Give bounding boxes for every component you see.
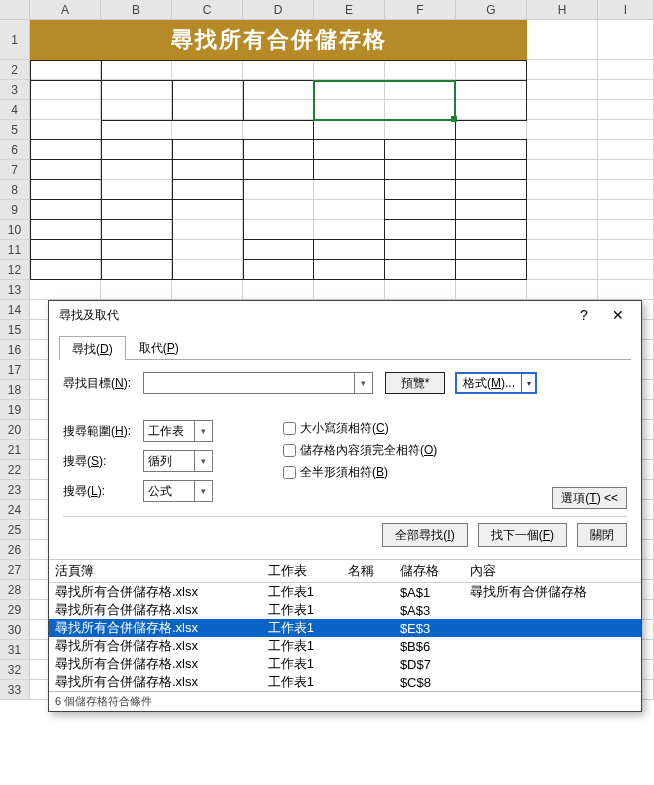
- cell-F5[interactable]: [385, 120, 456, 139]
- row-header-22[interactable]: 22: [0, 460, 30, 479]
- cell-B5[interactable]: [101, 120, 172, 139]
- row-header-15[interactable]: 15: [0, 320, 30, 339]
- row-header-29[interactable]: 29: [0, 600, 30, 619]
- options-button[interactable]: 選項(T) <<: [552, 487, 627, 509]
- cell-H12[interactable]: [527, 260, 598, 279]
- cell-I7[interactable]: [598, 160, 654, 179]
- col-header-B[interactable]: B: [101, 0, 172, 19]
- row-header-4[interactable]: 4: [0, 100, 30, 119]
- cell-E3[interactable]: [314, 80, 385, 99]
- result-row[interactable]: 尋找所有合併儲存格.xlsx工作表1$A$3: [49, 601, 641, 619]
- find-what-input[interactable]: ▾: [143, 372, 373, 394]
- chevron-down-icon[interactable]: ▾: [194, 421, 212, 441]
- match-whole-checkbox[interactable]: [283, 444, 296, 457]
- cell-B9[interactable]: [101, 200, 172, 219]
- cell-G8[interactable]: [456, 180, 527, 199]
- select-all-corner[interactable]: [0, 0, 30, 19]
- row-header-21[interactable]: 21: [0, 440, 30, 459]
- row-header-26[interactable]: 26: [0, 540, 30, 559]
- cell-A7[interactable]: [30, 160, 101, 179]
- cell-G3[interactable]: [456, 80, 527, 99]
- cell-I1[interactable]: [598, 20, 654, 59]
- cell-D3[interactable]: [243, 80, 314, 99]
- cell-H13[interactable]: [527, 280, 598, 299]
- cell-I11[interactable]: [598, 240, 654, 259]
- scope-select[interactable]: 工作表▾: [143, 420, 213, 442]
- cell-D11[interactable]: [243, 240, 314, 259]
- result-row[interactable]: 尋找所有合併儲存格.xlsx工作表1$B$6: [49, 637, 641, 655]
- cell-F9[interactable]: [385, 200, 456, 219]
- cell-F4[interactable]: [385, 100, 456, 119]
- cell-C12[interactable]: [172, 260, 243, 279]
- chevron-down-icon[interactable]: ▾: [194, 451, 212, 471]
- cell-H5[interactable]: [527, 120, 598, 139]
- cell-E9[interactable]: [314, 200, 385, 219]
- cell-H7[interactable]: [527, 160, 598, 179]
- row-header-16[interactable]: 16: [0, 340, 30, 359]
- cell-A13[interactable]: [30, 280, 101, 299]
- cell-G6[interactable]: [456, 140, 527, 159]
- cell-B4[interactable]: [101, 100, 172, 119]
- cell-G4[interactable]: [456, 100, 527, 119]
- cell-C6[interactable]: [172, 140, 243, 159]
- cell-E6[interactable]: [314, 140, 385, 159]
- cell-H9[interactable]: [527, 200, 598, 219]
- row-header-18[interactable]: 18: [0, 380, 30, 399]
- col-sheet[interactable]: 工作表: [262, 560, 342, 583]
- cell-C13[interactable]: [172, 280, 243, 299]
- cell-G2[interactable]: [456, 60, 527, 79]
- cell-D13[interactable]: [243, 280, 314, 299]
- row-header-24[interactable]: 24: [0, 500, 30, 519]
- cell-A11[interactable]: [30, 240, 101, 259]
- col-header-D[interactable]: D: [243, 0, 314, 19]
- dialog-titlebar[interactable]: 尋找及取代 ? ✕: [49, 301, 641, 329]
- format-button[interactable]: 格式(M)...▾: [455, 372, 537, 394]
- cell-C4[interactable]: [172, 100, 243, 119]
- cell-B8[interactable]: [101, 180, 172, 199]
- cell-D2[interactable]: [243, 60, 314, 79]
- cell-D7[interactable]: [243, 160, 314, 179]
- cell-C9[interactable]: [172, 200, 243, 219]
- cell-B10[interactable]: [101, 220, 172, 239]
- cell-D12[interactable]: [243, 260, 314, 279]
- close-button[interactable]: 關閉: [577, 523, 627, 547]
- cell-I4[interactable]: [598, 100, 654, 119]
- row-header-12[interactable]: 12: [0, 260, 30, 279]
- chevron-down-icon[interactable]: ▾: [194, 481, 212, 501]
- row-header-33[interactable]: 33: [0, 680, 30, 699]
- row-header-20[interactable]: 20: [0, 420, 30, 439]
- cell-H6[interactable]: [527, 140, 598, 159]
- col-header-H[interactable]: H: [527, 0, 598, 19]
- cell-I2[interactable]: [598, 60, 654, 79]
- cell-E8[interactable]: [314, 180, 385, 199]
- row-header-17[interactable]: 17: [0, 360, 30, 379]
- lookin-select[interactable]: 公式▾: [143, 480, 213, 502]
- find-next-button[interactable]: 找下一個(F): [478, 523, 567, 547]
- cell-F8[interactable]: [385, 180, 456, 199]
- help-button[interactable]: ?: [567, 303, 601, 327]
- cell-B7[interactable]: [101, 160, 172, 179]
- close-icon[interactable]: ✕: [601, 303, 635, 327]
- cell-F2[interactable]: [385, 60, 456, 79]
- col-value[interactable]: 內容: [464, 560, 641, 583]
- col-header-F[interactable]: F: [385, 0, 456, 19]
- col-header-E[interactable]: E: [314, 0, 385, 19]
- cell-F3[interactable]: [385, 80, 456, 99]
- row-header-11[interactable]: 11: [0, 240, 30, 259]
- cell-A5[interactable]: [30, 120, 101, 139]
- cell-I5[interactable]: [598, 120, 654, 139]
- chevron-down-icon[interactable]: ▾: [521, 374, 535, 392]
- cell-A12[interactable]: [30, 260, 101, 279]
- cell-H4[interactable]: [527, 100, 598, 119]
- cell-H3[interactable]: [527, 80, 598, 99]
- cell-D8[interactable]: [243, 180, 314, 199]
- row-header-5[interactable]: 5: [0, 120, 30, 139]
- cell-H1[interactable]: [527, 20, 598, 59]
- result-row[interactable]: 尋找所有合併儲存格.xlsx工作表1$C$8: [49, 673, 641, 691]
- match-width-checkbox[interactable]: [283, 466, 296, 479]
- cell-B6[interactable]: [101, 140, 172, 159]
- cell-G10[interactable]: [456, 220, 527, 239]
- cell-B11[interactable]: [101, 240, 172, 259]
- cell-F12[interactable]: [385, 260, 456, 279]
- find-all-button[interactable]: 全部尋找(I): [382, 523, 467, 547]
